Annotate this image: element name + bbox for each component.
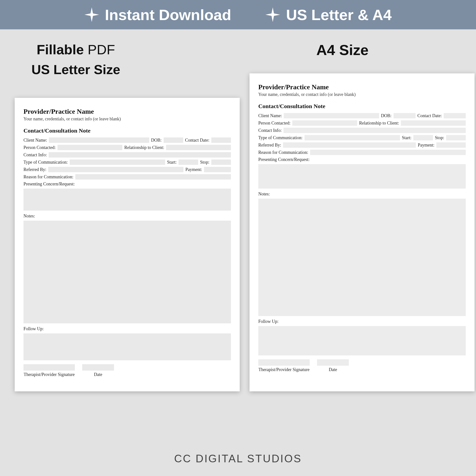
- field-contact-info[interactable]: [49, 152, 231, 157]
- label-relationship: Relationship to Client:: [124, 145, 164, 150]
- label-contact-date: Contact Date:: [185, 138, 209, 143]
- label-us-letter-size: US Letter Size: [15, 62, 137, 77]
- field-presenting-box[interactable]: [23, 188, 231, 211]
- label-contact-info: Contact Info:: [23, 153, 47, 157]
- field-client-name[interactable]: [49, 137, 149, 143]
- signature-row: Therapist/Provider Signature Date: [23, 364, 231, 377]
- row-referred: Referred By: Payment:: [258, 142, 466, 148]
- row-presenting: Presenting Concern/Request:: [258, 157, 466, 162]
- label-payment: Payment:: [186, 167, 202, 172]
- label-type-comm: Type of Communication:: [258, 135, 303, 140]
- field-stop[interactable]: [211, 159, 231, 165]
- field-followup-box[interactable]: [258, 326, 466, 356]
- field-followup-box[interactable]: [23, 333, 231, 360]
- row-person: Person Contacted: Relationship to Client…: [23, 145, 231, 150]
- banner-item-sizes: US Letter & A4: [265, 6, 391, 23]
- form-heading: Provider/Practice Name: [23, 108, 231, 116]
- field-dob[interactable]: [393, 113, 416, 119]
- field-relationship[interactable]: [166, 145, 231, 150]
- field-payment[interactable]: [204, 167, 231, 172]
- row-client: Client Name: DOB: Contact Date:: [258, 113, 466, 119]
- label-sig-date: Date: [82, 372, 114, 377]
- field-contact-info[interactable]: [284, 128, 466, 133]
- label-person-contacted: Person Contacted:: [23, 145, 55, 150]
- field-notes-box[interactable]: [258, 199, 466, 316]
- label-contact-info: Contact Info:: [258, 128, 282, 133]
- label-notes: Notes:: [258, 191, 270, 197]
- field-presenting-box[interactable]: [258, 164, 466, 188]
- label-client-name: Client Name:: [258, 113, 282, 119]
- field-signature[interactable]: [23, 364, 75, 371]
- label-fillable-bold: Fillable: [37, 42, 84, 57]
- form-subheading: Your name, credentials, or contact info …: [23, 117, 231, 121]
- label-follow-up: Follow Up:: [258, 319, 279, 324]
- field-referred-by[interactable]: [283, 142, 416, 148]
- field-stop[interactable]: [446, 135, 466, 140]
- field-signature[interactable]: [258, 359, 310, 366]
- banner-text-download: Instant Download: [105, 6, 231, 23]
- row-followup: Follow Up:: [23, 326, 231, 331]
- field-reason[interactable]: [310, 150, 466, 155]
- label-relationship: Relationship to Client:: [359, 120, 399, 126]
- field-notes-box[interactable]: [23, 221, 231, 323]
- label-person-contacted: Person Contacted:: [258, 120, 290, 126]
- field-dob[interactable]: [164, 137, 183, 143]
- form-heading: Provider/Practice Name: [258, 83, 466, 91]
- label-stop: Stop:: [435, 135, 444, 140]
- field-payment[interactable]: [436, 142, 466, 148]
- form-section-title: Contact/Consultation Note: [258, 103, 466, 110]
- row-notes: Notes:: [23, 214, 231, 219]
- row-contactinfo: Contact Info:: [258, 128, 466, 133]
- label-referred-by: Referred By:: [23, 167, 46, 172]
- label-payment: Payment:: [418, 143, 434, 148]
- label-dob: DOB:: [151, 138, 162, 143]
- row-person: Person Contacted: Relationship to Client…: [258, 120, 466, 126]
- field-start[interactable]: [413, 135, 433, 140]
- form-preview-us-letter: Provider/Practice Name Your name, creden…: [15, 98, 240, 391]
- row-notes: Notes:: [258, 191, 466, 197]
- label-sig-date: Date: [317, 367, 349, 372]
- label-pdf-text: PDF: [84, 42, 115, 57]
- row-followup: Follow Up:: [258, 319, 466, 324]
- field-type-comm[interactable]: [305, 135, 400, 140]
- field-referred-by[interactable]: [48, 167, 184, 172]
- field-contact-date[interactable]: [444, 113, 466, 119]
- label-us-letter: Fillable PDF US Letter Size: [15, 42, 137, 77]
- label-follow-up: Follow Up:: [23, 326, 44, 331]
- row-reason: Reason for Communication:: [23, 174, 231, 180]
- field-client-name[interactable]: [284, 113, 379, 119]
- sparkle-icon: [85, 7, 99, 22]
- label-dob: DOB:: [381, 113, 391, 119]
- banner-item-download: Instant Download: [85, 6, 231, 23]
- field-relationship[interactable]: [401, 120, 466, 126]
- field-sig-date[interactable]: [82, 364, 114, 371]
- field-contact-date[interactable]: [211, 137, 231, 143]
- label-start: Start:: [402, 135, 411, 140]
- sparkle-icon: [265, 7, 280, 22]
- signature-row: Therapist/Provider Signature Date: [258, 359, 466, 372]
- field-type-comm[interactable]: [70, 159, 165, 165]
- label-type-comm: Type of Communication:: [23, 160, 68, 165]
- label-presenting: Presenting Concern/Request:: [23, 182, 75, 187]
- field-reason[interactable]: [75, 174, 231, 180]
- label-signature: Therapist/Provider Signature: [258, 367, 310, 372]
- form-section-title: Contact/Consultation Note: [23, 127, 231, 134]
- label-signature: Therapist/Provider Signature: [23, 372, 75, 377]
- field-person-contacted[interactable]: [57, 145, 122, 150]
- label-contact-date: Contact Date:: [418, 113, 442, 119]
- form-subheading: Your name, credentials, or contact info …: [258, 92, 466, 97]
- row-presenting: Presenting Concern/Request:: [23, 182, 231, 187]
- promo-banner: Instant Download US Letter & A4: [0, 0, 476, 29]
- field-person-contacted[interactable]: [292, 120, 357, 126]
- form-preview-a4: Provider/Practice Name Your name, creden…: [250, 73, 475, 391]
- row-typecomm: Type of Communication: Start: Stop:: [258, 135, 466, 140]
- row-reason: Reason for Communication:: [258, 150, 466, 155]
- label-reason: Reason for Communication:: [258, 150, 308, 155]
- label-reason: Reason for Communication:: [23, 174, 73, 180]
- label-client-name: Client Name:: [23, 138, 47, 143]
- label-presenting: Presenting Concern/Request:: [258, 157, 309, 162]
- row-typecomm: Type of Communication: Start: Stop:: [23, 159, 231, 165]
- field-start[interactable]: [179, 159, 198, 165]
- banner-text-sizes: US Letter & A4: [286, 6, 391, 23]
- field-sig-date[interactable]: [317, 359, 349, 366]
